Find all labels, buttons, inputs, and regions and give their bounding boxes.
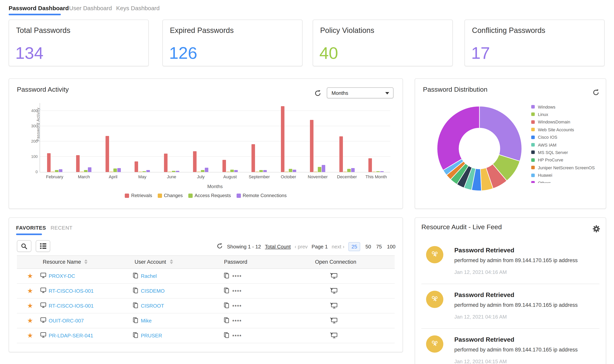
bar-changes[interactable] (226, 172, 230, 172)
distribution-legend-item-windowsdomain[interactable]: WindowsDomain (531, 118, 570, 126)
copy-document-icon[interactable] (224, 273, 229, 280)
bar-access-requests[interactable] (289, 169, 292, 172)
legend-item-access-requests[interactable]: Access Requests (188, 193, 231, 198)
bar-changes[interactable] (197, 172, 201, 172)
bar-remote-connections[interactable] (351, 168, 355, 172)
bar-access-requests[interactable] (143, 171, 146, 172)
open-connection-icon[interactable] (330, 273, 337, 281)
bar-remote-connections[interactable] (322, 165, 325, 172)
page-size-25[interactable]: 25 (349, 242, 360, 251)
period-select[interactable]: Months (327, 87, 393, 98)
distribution-legend-item-huawei[interactable]: Huawei (531, 171, 552, 179)
copy-document-icon[interactable] (224, 288, 229, 295)
tab-user-dashboard[interactable]: User Dashboard (69, 5, 112, 11)
bar-remote-connections[interactable] (234, 170, 238, 172)
user-account-link[interactable]: CISDEMO (141, 288, 165, 294)
bar-changes[interactable] (51, 172, 55, 172)
bar-access-requests[interactable] (55, 170, 58, 172)
bar-access-requests[interactable] (201, 170, 205, 172)
bar-retrievals[interactable] (310, 120, 314, 172)
bar-remote-connections[interactable] (264, 170, 267, 172)
distribution-legend-item-juniper-netscreen-screenos[interactable]: Juniper NetScreen ScreenOS (531, 164, 595, 171)
bar-retrievals[interactable] (193, 151, 197, 172)
search-button[interactable] (17, 240, 31, 252)
copy-document-icon[interactable] (133, 302, 138, 310)
bar-retrievals[interactable] (252, 144, 255, 172)
bar-access-requests[interactable] (113, 169, 117, 172)
distribution-legend-item-cisco-ios[interactable]: Cisco IOS (531, 133, 557, 141)
refresh-icon[interactable] (314, 90, 321, 98)
bar-changes[interactable] (80, 172, 84, 172)
bar-retrievals[interactable] (339, 136, 343, 172)
col-resource-name[interactable]: Resource Name (43, 259, 81, 265)
legend-item-remote-connections[interactable]: Remote Connections (236, 193, 287, 198)
copy-document-icon[interactable] (224, 302, 229, 310)
refresh-icon[interactable] (592, 89, 600, 98)
tab-password-dashboard[interactable]: Password Dashboard (9, 5, 69, 11)
open-connection-icon[interactable] (330, 302, 337, 310)
page-size-50[interactable]: 50 (365, 244, 371, 250)
bar-retrievals[interactable] (135, 161, 138, 172)
distribution-legend-item-hp-procurve[interactable]: HP ProCurve (531, 156, 563, 164)
distribution-legend-item-aws-iam[interactable]: AWS IAM (531, 141, 557, 148)
bar-retrievals[interactable] (223, 160, 226, 172)
favorite-star-icon[interactable]: ★ (27, 272, 33, 280)
open-connection-icon[interactable] (330, 317, 337, 325)
user-account-link[interactable]: Rachel (141, 273, 157, 279)
copy-document-icon[interactable] (133, 288, 138, 295)
col-user-account[interactable]: User Account (135, 259, 166, 265)
bar-access-requests[interactable] (172, 171, 175, 172)
total-count-link[interactable]: Total Count (265, 244, 291, 250)
bar-retrievals[interactable] (47, 153, 51, 172)
bar-remote-connections[interactable] (88, 168, 92, 172)
page-size-75[interactable]: 75 (376, 244, 382, 250)
legend-item-changes[interactable]: Changes (158, 193, 183, 198)
bar-remote-connections[interactable] (117, 168, 121, 172)
bar-changes[interactable] (139, 172, 142, 172)
favorite-star-icon[interactable]: ★ (27, 287, 33, 295)
sort-icon[interactable] (84, 259, 87, 264)
distribution-legend-item-web-site-accounts[interactable]: Web Site Accounts (531, 126, 574, 133)
bar-retrievals[interactable] (106, 136, 109, 172)
favorite-star-icon[interactable]: ★ (27, 317, 33, 325)
donut-slice-others[interactable] (437, 106, 479, 170)
bar-remote-connections[interactable] (380, 171, 384, 172)
user-account-link[interactable]: Mike (141, 318, 152, 324)
gear-icon[interactable] (592, 225, 600, 234)
resource-name-link[interactable]: PROXY-DC (49, 273, 75, 279)
copy-document-icon[interactable] (133, 317, 138, 325)
distribution-legend-item-windows[interactable]: Windows (531, 103, 555, 110)
distribution-legend-item-ms-sql-server[interactable]: MS SQL Server (531, 149, 568, 156)
distribution-legend-item-linux[interactable]: Linux (531, 111, 548, 118)
legend-item-retrievals[interactable]: Retrievals (125, 193, 152, 198)
bar-retrievals[interactable] (76, 155, 80, 172)
refresh-icon[interactable] (217, 243, 223, 250)
bar-changes[interactable] (285, 172, 288, 172)
bar-changes[interactable] (343, 172, 347, 172)
page-size-100[interactable]: 100 (387, 244, 395, 250)
fav-tab-recent[interactable]: RECENT (51, 225, 73, 231)
column-chooser-button[interactable] (36, 240, 50, 252)
favorite-star-icon[interactable]: ★ (27, 331, 33, 340)
bar-changes[interactable] (373, 172, 376, 172)
bar-access-requests[interactable] (377, 171, 380, 172)
resource-name-link[interactable]: RT-CISCO-IOS-001 (49, 288, 94, 294)
copy-document-icon[interactable] (133, 332, 138, 340)
bar-remote-connections[interactable] (147, 170, 150, 172)
resource-name-link[interactable]: OUIT-ORC-007 (49, 318, 84, 324)
next-button[interactable]: next › (332, 244, 345, 250)
bar-access-requests[interactable] (230, 170, 234, 172)
donut-slice-windows[interactable] (479, 106, 522, 161)
bar-access-requests[interactable] (84, 170, 88, 172)
resource-name-link[interactable]: RT-CISCO-IOS-001 (49, 303, 94, 309)
fav-tab-favorites[interactable]: FAVORITES (16, 225, 46, 231)
prev-button[interactable]: ‹ prev (295, 244, 307, 250)
favorite-star-icon[interactable]: ★ (27, 302, 33, 310)
bar-changes[interactable] (256, 172, 259, 172)
bar-remote-connections[interactable] (205, 168, 209, 172)
bar-remote-connections[interactable] (176, 171, 179, 172)
sort-icon[interactable] (170, 259, 173, 264)
tab-keys-dashboard[interactable]: Keys Dashboard (116, 5, 160, 11)
user-account-link[interactable]: CISROOT (141, 303, 164, 309)
bar-retrievals[interactable] (369, 158, 372, 172)
